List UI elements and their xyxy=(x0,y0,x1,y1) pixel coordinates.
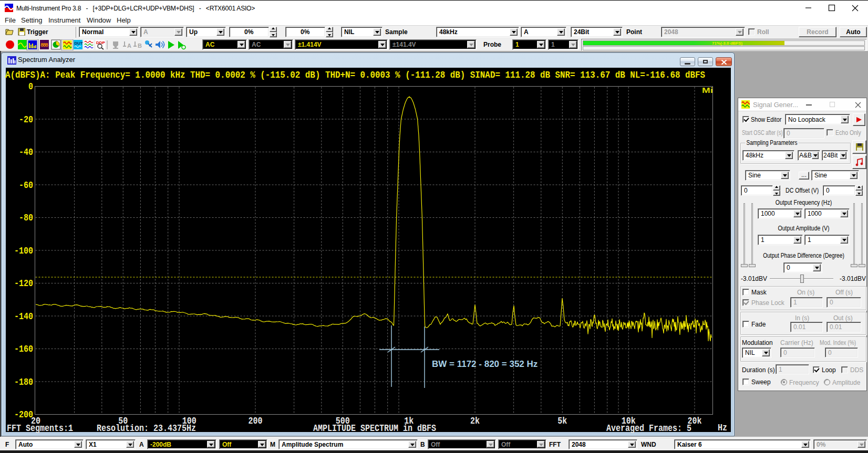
svg-text:Averaged Frames: 5: Averaged Frames: 5 xyxy=(606,423,691,434)
svg-text:-160: -160 xyxy=(14,344,33,354)
svg-text:200: 200 xyxy=(249,416,263,426)
svg-text:-100: -100 xyxy=(14,246,33,256)
svg-text:-200: -200 xyxy=(14,409,33,420)
svg-text:-40: -40 xyxy=(19,147,33,157)
svg-text:-180: -180 xyxy=(14,377,33,387)
svg-text:AMPLITUDE SPECTRUM in dBFS: AMPLITUDE SPECTRUM in dBFS xyxy=(313,423,436,434)
svg-text:-140: -140 xyxy=(14,311,33,322)
svg-text:2k: 2k xyxy=(470,416,480,426)
svg-text:Mi: Mi xyxy=(702,86,713,94)
svg-text:A(dBFS)A: Peak Frequency= 1.0: A(dBFS)A: Peak Frequency= 1.0000 kHz THD… xyxy=(5,70,705,80)
svg-text:FFT Segments:1: FFT Segments:1 xyxy=(7,423,73,434)
svg-text:-80: -80 xyxy=(19,213,33,223)
svg-text:-120: -120 xyxy=(14,278,33,289)
svg-text:-20: -20 xyxy=(19,114,33,125)
svg-text:5k: 5k xyxy=(557,416,567,426)
svg-text:Hz: Hz xyxy=(718,423,727,433)
svg-text:Resolution: 23.4375Hz: Resolution: 23.4375Hz xyxy=(97,423,196,434)
svg-text:BW = 1172 - 820 = 352 Hz: BW = 1172 - 820 = 352 Hz xyxy=(432,359,538,369)
svg-text:-60: -60 xyxy=(19,180,33,191)
svg-text:0: 0 xyxy=(28,81,33,92)
